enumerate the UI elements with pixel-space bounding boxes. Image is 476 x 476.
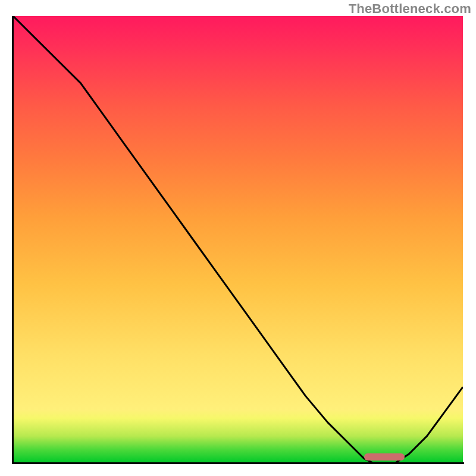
bottleneck-curve — [13, 16, 463, 463]
chart-frame: TheBottleneck.com — [0, 0, 476, 476]
watermark-text: TheBottleneck.com — [349, 1, 471, 17]
optimal-range-marker — [364, 453, 405, 461]
